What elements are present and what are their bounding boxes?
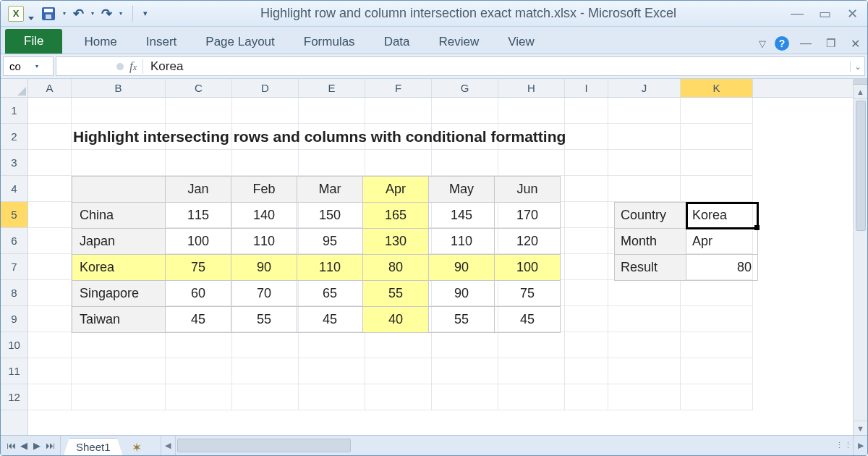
- lookup-value[interactable]: 80: [686, 255, 758, 281]
- ribbon-tab-formulas[interactable]: Formulas: [304, 35, 355, 49]
- table-cell[interactable]: 170: [495, 203, 561, 229]
- tab-prev-button[interactable]: ◀: [18, 440, 30, 451]
- row-header-11[interactable]: 11: [1, 358, 27, 384]
- ribbon-tab-data[interactable]: Data: [384, 35, 410, 49]
- table-row-label[interactable]: China: [72, 203, 166, 229]
- formula-input[interactable]: Korea: [143, 59, 850, 74]
- table-cell[interactable]: 165: [363, 203, 429, 229]
- name-box-input[interactable]: [8, 59, 33, 73]
- lookup-label[interactable]: Country: [615, 203, 686, 229]
- tab-last-button[interactable]: ⏭: [44, 440, 56, 451]
- table-cell[interactable]: 45: [166, 307, 231, 333]
- fx-icon[interactable]: fx: [129, 59, 137, 74]
- table-cell[interactable]: 40: [363, 307, 429, 333]
- name-box[interactable]: ▾: [3, 56, 54, 76]
- table-header[interactable]: May: [429, 177, 495, 203]
- table-cell[interactable]: 60: [166, 281, 231, 307]
- row-header-1[interactable]: 1: [1, 98, 27, 124]
- table-cell[interactable]: 120: [495, 229, 561, 255]
- col-header-E[interactable]: E: [299, 79, 365, 97]
- lookup-value[interactable]: Apr: [686, 229, 758, 255]
- cell-grid[interactable]: Highlight intersecting rows and columns …: [28, 98, 853, 435]
- workbook-restore-button[interactable]: ❐: [822, 37, 838, 50]
- column-headers[interactable]: ABCDEFGHIJK: [28, 79, 853, 98]
- row-header-10[interactable]: 10: [1, 332, 27, 358]
- table-cell[interactable]: 45: [495, 307, 561, 333]
- row-header-9[interactable]: 9: [1, 306, 27, 332]
- table-row-label[interactable]: Japan: [72, 229, 166, 255]
- split-handle-icon[interactable]: [854, 79, 867, 85]
- table-cell[interactable]: 130: [363, 229, 429, 255]
- table-header[interactable]: Mar: [297, 177, 363, 203]
- table-cell[interactable]: 55: [231, 307, 297, 333]
- save-button[interactable]: [41, 7, 56, 21]
- row-header-5[interactable]: 5: [1, 202, 27, 228]
- table-header[interactable]: Apr: [363, 177, 429, 203]
- redo-dropdown-icon[interactable]: ▾: [119, 10, 122, 17]
- table-cell[interactable]: 80: [363, 255, 429, 281]
- table-cell[interactable]: 110: [429, 229, 495, 255]
- table-cell[interactable]: 45: [297, 307, 363, 333]
- ribbon-tab-view[interactable]: View: [508, 35, 535, 49]
- col-header-I[interactable]: I: [565, 79, 608, 97]
- col-header-C[interactable]: C: [166, 79, 232, 97]
- tab-next-button[interactable]: ▶: [31, 440, 43, 451]
- select-all-corner[interactable]: [1, 79, 28, 98]
- table-cell[interactable]: 55: [429, 307, 495, 333]
- ribbon-minimize-icon[interactable]: ▽: [759, 38, 766, 49]
- row-header-2[interactable]: 2: [1, 124, 27, 150]
- row-header-8[interactable]: 8: [1, 280, 27, 306]
- help-icon[interactable]: ?: [775, 36, 789, 51]
- table-cell[interactable]: 75: [495, 281, 561, 307]
- row-header-4[interactable]: 4: [1, 176, 27, 202]
- workbook-minimize-button[interactable]: ―: [798, 37, 814, 50]
- file-tab[interactable]: File: [5, 29, 62, 54]
- app-icon[interactable]: X: [8, 6, 24, 22]
- table-row-label[interactable]: Korea: [72, 255, 166, 281]
- lookup-label[interactable]: Month: [615, 229, 686, 255]
- col-header-K[interactable]: K: [681, 79, 753, 97]
- workbook-close-button[interactable]: ✕: [847, 37, 863, 51]
- lookup-table[interactable]: CountryKoreaMonthAprResult80: [614, 202, 758, 281]
- close-button[interactable]: ✕: [844, 6, 860, 22]
- vscroll-thumb[interactable]: [856, 101, 866, 231]
- row-header-7[interactable]: 7: [1, 254, 27, 280]
- ribbon-tab-page-layout[interactable]: Page Layout: [205, 35, 274, 49]
- ribbon-tab-home[interactable]: Home: [84, 35, 116, 49]
- horizontal-scrollbar[interactable]: ◀ ⋮⋮ ▶: [161, 436, 867, 455]
- table-cell[interactable]: 100: [166, 229, 231, 255]
- col-header-G[interactable]: G: [432, 79, 498, 97]
- ribbon-tab-review[interactable]: Review: [439, 35, 480, 49]
- row-headers[interactable]: 123456789101112: [1, 98, 28, 435]
- table-cell[interactable]: 145: [429, 203, 495, 229]
- table-cell[interactable]: 140: [231, 203, 297, 229]
- table-cell[interactable]: 100: [495, 255, 561, 281]
- table-cell[interactable]: 110: [231, 229, 297, 255]
- scroll-down-button[interactable]: ▼: [854, 421, 867, 435]
- table-row-label[interactable]: Taiwan: [72, 307, 166, 333]
- hscroll-split-grip-icon[interactable]: ⋮⋮: [835, 441, 853, 450]
- col-header-J[interactable]: J: [608, 79, 681, 97]
- col-header-H[interactable]: H: [498, 79, 565, 97]
- new-sheet-button[interactable]: ✶: [127, 440, 146, 455]
- formula-bar-expand-icon[interactable]: ⌄: [850, 62, 864, 72]
- redo-button[interactable]: ↷: [101, 6, 112, 22]
- undo-button[interactable]: ↶: [73, 6, 84, 22]
- hscroll-thumb[interactable]: [177, 439, 351, 452]
- undo-dropdown-icon[interactable]: ▾: [91, 10, 94, 17]
- data-table[interactable]: JanFebMarAprMayJunChina11514015016514517…: [72, 176, 561, 333]
- table-row-label[interactable]: Singapore: [72, 281, 166, 307]
- table-cell[interactable]: 90: [231, 255, 297, 281]
- table-header[interactable]: Jan: [166, 177, 231, 203]
- col-header-A[interactable]: A: [28, 79, 72, 97]
- table-cell[interactable]: 55: [363, 281, 429, 307]
- table-cell[interactable]: 150: [297, 203, 363, 229]
- col-header-F[interactable]: F: [365, 79, 432, 97]
- table-cell[interactable]: 95: [297, 229, 363, 255]
- table-cell[interactable]: 65: [297, 281, 363, 307]
- table-header[interactable]: Feb: [231, 177, 297, 203]
- scroll-right-button[interactable]: ▶: [853, 436, 867, 455]
- ribbon-tab-insert[interactable]: Insert: [146, 35, 177, 49]
- maximize-button[interactable]: ▭: [817, 6, 833, 22]
- scroll-left-button[interactable]: ◀: [161, 436, 176, 455]
